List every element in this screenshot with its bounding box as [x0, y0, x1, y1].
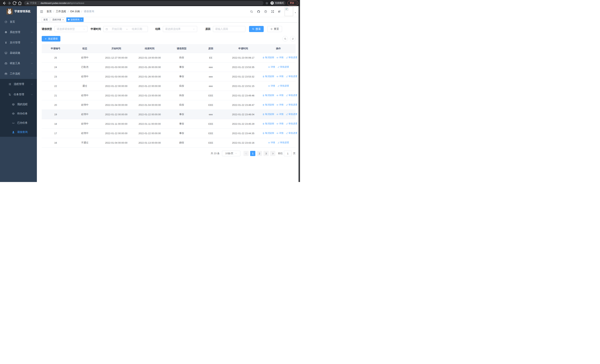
cancel-leave-link[interactable]: 取消请假 — [262, 103, 274, 106]
cancel-leave-link[interactable]: 取消请假 — [262, 122, 274, 125]
close-icon[interactable]: × — [62, 19, 64, 21]
cancel-leave-link[interactable]: 取消请假 — [262, 131, 274, 135]
pen-icon — [286, 132, 288, 134]
sidebar-item-dev-tools[interactable]: 研发工具 — [0, 58, 37, 69]
help-icon[interactable] — [264, 10, 267, 13]
show-search-toggle-icon[interactable] — [282, 36, 288, 42]
goto-page-input[interactable]: 1 — [284, 151, 292, 156]
pen-icon — [286, 75, 288, 78]
sidebar-item-home[interactable]: 首页 — [0, 17, 37, 27]
cell-reason: EEE — [197, 129, 225, 138]
cell-actions: 详情审批进度 — [261, 63, 296, 72]
table-row: 18处理中2022-01-11 00:00:002022-01-11 00:00… — [42, 119, 296, 129]
detail-link-label: 详情 — [279, 122, 283, 125]
breadcrumb-separator: / — [81, 10, 82, 13]
pen-icon — [277, 85, 280, 87]
sidebar-item-infrastructure[interactable]: 基础设施 — [0, 48, 37, 58]
detail-link[interactable]: 详情 — [276, 131, 283, 135]
back-icon[interactable] — [2, 1, 7, 6]
approval-progress-link[interactable]: 审批进度 — [286, 103, 297, 106]
sidebar-item-leave-query[interactable]: 请假查询 — [0, 128, 37, 137]
cell-reason: eee — [197, 63, 225, 72]
breadcrumb-item-workflow[interactable]: 工作流程 — [56, 10, 66, 13]
reset-button[interactable]: 重置 — [267, 26, 282, 32]
cell-reason: EEE — [197, 91, 225, 100]
cancel-leave-link[interactable]: 取消请假 — [262, 56, 274, 59]
cell-reason: EEE — [197, 119, 225, 129]
cell-reason: eee — [197, 81, 225, 91]
cancel-leave-link[interactable]: 取消请假 — [262, 113, 274, 116]
pager-pages: 123 — [249, 151, 269, 156]
user-avatar-menu[interactable] — [285, 7, 296, 16]
detail-link[interactable]: 详情 — [276, 122, 283, 125]
cell-end-time: 2022-01-23 00:00:00 — [132, 91, 167, 100]
approval-progress-link[interactable]: 审批进度 — [277, 141, 289, 144]
result-select[interactable]: 请选择流结果 — [163, 26, 197, 32]
page-scrollbar[interactable] — [299, 6, 300, 182]
font-size-icon[interactable]: tT — [278, 10, 280, 13]
leave-type-label: 请假类型 — [42, 28, 52, 31]
home-icon[interactable] — [18, 1, 22, 6]
address-bar[interactable]: 不安全 dashboard.yudao.iocoder.cn/bpm/oa/le… — [24, 1, 263, 5]
approval-progress-link[interactable]: 审批进度 — [286, 131, 297, 135]
browser-menu-icon[interactable] — [296, 2, 297, 4]
broken-image-icon — [285, 7, 289, 11]
refresh-table-icon[interactable] — [290, 36, 296, 42]
page-size-select[interactable]: 10条/页 — [222, 151, 240, 156]
approval-progress-link[interactable]: 审批进度 — [277, 65, 289, 69]
bookmark-star-icon[interactable] — [265, 2, 268, 5]
sidebar-item-process-mgmt[interactable]: 流程管理 — [0, 79, 37, 89]
approval-progress-link[interactable]: 审批进度 — [286, 75, 297, 78]
header-search-icon[interactable] — [250, 10, 253, 13]
sidebar-item-task-mgmt[interactable]: 任务管理 — [0, 89, 37, 100]
tag-process-detail[interactable]: 流程详情× — [51, 18, 65, 22]
view-icon — [276, 104, 279, 106]
detail-link[interactable]: 详情 — [276, 103, 283, 106]
approval-progress-link[interactable]: 审批进度 — [286, 113, 297, 116]
detail-link[interactable]: 详情 — [276, 56, 283, 59]
detail-link[interactable]: 详情 — [276, 94, 283, 97]
sidebar-item-my-process[interactable]: 我的流程 — [0, 100, 37, 109]
reload-icon[interactable] — [12, 1, 17, 6]
detail-link[interactable]: 详情 — [268, 141, 275, 144]
detail-link[interactable]: 详情 — [268, 84, 275, 87]
tag-leave-query[interactable]: 请假查询× — [66, 18, 83, 22]
approval-progress-link[interactable]: 审批进度 — [286, 122, 297, 125]
detail-link[interactable]: 详情 — [276, 75, 283, 78]
sidebar-item-workflow[interactable]: 工作流程 — [0, 69, 37, 79]
breadcrumb-item-home[interactable]: 首页 — [47, 10, 52, 13]
sidebar-item-system[interactable]: 系统管理 — [0, 27, 37, 37]
sidebar-item-done-tasks[interactable]: 已办任务 — [0, 118, 37, 128]
sidebar-item-label: 基础设施 — [10, 51, 20, 55]
page-button-2[interactable]: 2 — [257, 151, 262, 156]
create-leave-button[interactable]: 发起请假 — [42, 36, 60, 42]
detail-link[interactable]: 详情 — [268, 65, 275, 69]
update-button[interactable]: 更新 — [287, 1, 298, 5]
sidebar-item-todo-tasks[interactable]: 待办任务 — [0, 109, 37, 118]
next-page-icon[interactable] — [270, 151, 275, 156]
breadcrumb-item-oa-demo[interactable]: OA 示例 — [70, 10, 80, 13]
sidebar-fold-icon[interactable] — [40, 10, 43, 13]
tag-home[interactable]: 首页 — [42, 18, 49, 22]
leave-type-select[interactable]: 请选择请假类型 — [55, 26, 87, 32]
page-button-1[interactable]: 1 — [250, 151, 255, 156]
app-logo-row[interactable]: 芋道管理系统 — [0, 6, 37, 17]
approval-progress-link[interactable]: 审批进度 — [277, 84, 289, 87]
sidebar-item-payment[interactable]: 支付管理 — [0, 37, 37, 48]
approval-progress-link[interactable]: 审批进度 — [286, 94, 297, 97]
cancel-leave-link[interactable]: 取消请假 — [262, 75, 274, 78]
close-icon[interactable]: × — [81, 19, 82, 21]
prev-page-icon[interactable] — [244, 151, 249, 156]
reason-input[interactable]: 请输入原因 — [213, 26, 245, 32]
github-icon[interactable] — [257, 10, 260, 13]
forward-icon[interactable] — [7, 1, 12, 6]
trash-icon — [262, 75, 265, 78]
search-button[interactable]: 搜索 — [249, 26, 264, 32]
cancel-leave-link[interactable]: 取消请假 — [262, 94, 274, 97]
apply-time-range-input[interactable]: 开始日期 - 结束日期 — [103, 26, 148, 32]
fullscreen-icon[interactable] — [271, 10, 274, 13]
table-row: 19处理中2022-01-22 00:00:002022-01-22 00:00… — [42, 110, 296, 119]
page-button-3[interactable]: 3 — [263, 151, 269, 156]
detail-link[interactable]: 详情 — [276, 113, 283, 116]
approval-progress-link[interactable]: 审批进度 — [286, 56, 297, 59]
